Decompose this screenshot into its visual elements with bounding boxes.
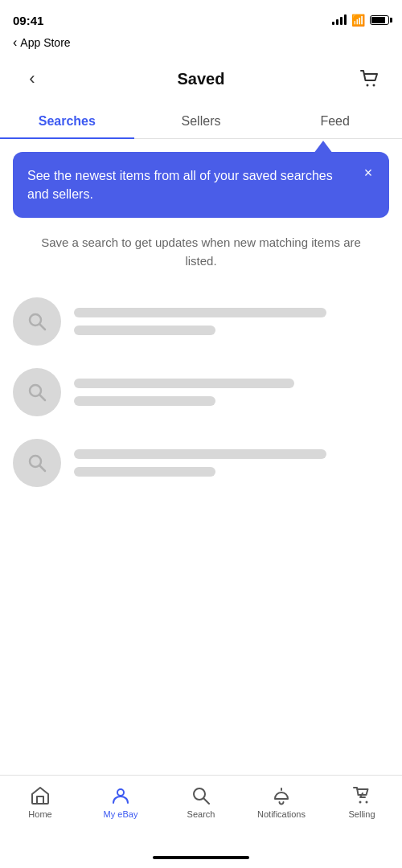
back-chevron-icon: ‹ bbox=[13, 35, 17, 50]
back-icon: ‹ bbox=[29, 68, 35, 89]
svg-line-5 bbox=[40, 395, 46, 401]
signal-icon bbox=[332, 15, 347, 25]
nav-selling-label: Selling bbox=[348, 809, 375, 819]
skeleton-line bbox=[74, 467, 215, 477]
back-button[interactable]: ‹ bbox=[16, 63, 48, 95]
skeleton-line bbox=[74, 326, 215, 335]
content-area: See the newest items from all of your sa… bbox=[0, 139, 402, 775]
status-icons: 📶 bbox=[332, 14, 389, 27]
nav-search-label: Search bbox=[187, 809, 215, 819]
nav-home-label: Home bbox=[28, 809, 51, 819]
nav-myebay[interactable]: My eBay bbox=[80, 782, 161, 819]
skeleton-item-2 bbox=[13, 357, 389, 428]
svg-point-8 bbox=[117, 789, 124, 796]
svg-line-3 bbox=[40, 325, 46, 330]
skeleton-lines-2 bbox=[74, 379, 389, 406]
skeleton-line bbox=[74, 396, 215, 406]
tooltip-bubble: See the newest items from all of your sa… bbox=[13, 152, 389, 218]
page-title: Saved bbox=[178, 70, 225, 88]
svg-point-1 bbox=[373, 84, 375, 87]
svg-point-11 bbox=[359, 801, 362, 804]
subtitle-text: Save a search to get updates when new ma… bbox=[0, 218, 402, 270]
tooltip-container: See the newest items from all of your sa… bbox=[13, 152, 389, 218]
app-store-label: App Store bbox=[20, 36, 70, 49]
bottom-nav: Home My eBay Search Notifications Selli bbox=[0, 775, 402, 847]
skeleton-line bbox=[74, 308, 326, 317]
nav-notifications[interactable]: Notifications bbox=[241, 782, 322, 819]
skeleton-icon-3 bbox=[13, 439, 61, 487]
tooltip-close-button[interactable]: × bbox=[357, 162, 379, 184]
skeleton-list bbox=[0, 270, 402, 498]
header: ‹ Saved bbox=[0, 56, 402, 104]
app-store-back[interactable]: ‹ App Store bbox=[0, 35, 402, 56]
nav-home[interactable]: Home bbox=[0, 782, 80, 819]
selling-icon bbox=[351, 785, 372, 806]
status-bar: 09:41 📶 bbox=[0, 0, 402, 35]
search-nav-icon bbox=[191, 785, 211, 806]
tabs: Searches Sellers Feed bbox=[0, 104, 402, 139]
home-icon bbox=[30, 785, 51, 806]
myebay-icon bbox=[110, 785, 131, 806]
notifications-icon bbox=[271, 785, 292, 806]
tab-sellers[interactable]: Sellers bbox=[134, 104, 269, 138]
wifi-icon: 📶 bbox=[351, 14, 365, 27]
skeleton-item-3 bbox=[13, 428, 389, 498]
svg-point-12 bbox=[366, 801, 368, 804]
svg-line-10 bbox=[204, 799, 210, 805]
status-time: 09:41 bbox=[13, 14, 43, 27]
skeleton-lines-3 bbox=[74, 449, 389, 477]
tooltip-text: See the newest items from all of your sa… bbox=[27, 169, 333, 201]
skeleton-lines-1 bbox=[74, 308, 389, 335]
skeleton-icon-1 bbox=[13, 297, 61, 346]
svg-line-7 bbox=[40, 466, 46, 472]
nav-selling[interactable]: Selling bbox=[322, 782, 402, 819]
skeleton-line bbox=[74, 449, 326, 459]
skeleton-item-1 bbox=[13, 286, 389, 357]
skeleton-icon-2 bbox=[13, 368, 61, 416]
cart-button[interactable] bbox=[354, 63, 386, 95]
battery-icon bbox=[370, 15, 389, 25]
cart-icon bbox=[359, 68, 381, 90]
nav-notifications-label: Notifications bbox=[257, 809, 306, 819]
nav-myebay-label: My eBay bbox=[104, 809, 138, 819]
home-indicator bbox=[0, 847, 402, 868]
tab-feed[interactable]: Feed bbox=[268, 104, 402, 138]
tab-searches[interactable]: Searches bbox=[0, 104, 134, 138]
skeleton-line bbox=[74, 379, 294, 388]
nav-search[interactable]: Search bbox=[161, 782, 241, 819]
home-indicator-bar bbox=[153, 856, 249, 859]
svg-point-0 bbox=[367, 84, 369, 87]
